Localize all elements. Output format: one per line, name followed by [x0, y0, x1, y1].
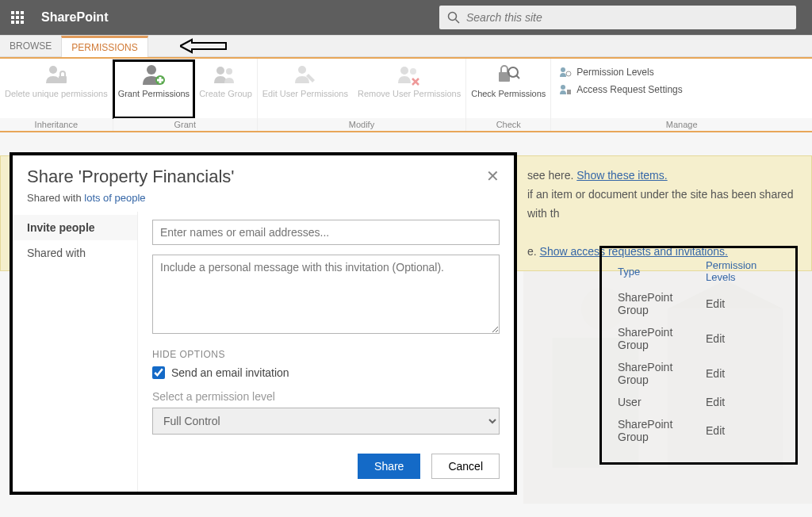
tab-permissions[interactable]: PERMISSIONS — [61, 36, 147, 57]
people-lock-icon — [44, 63, 69, 88]
person-remove-icon — [396, 63, 422, 88]
svg-rect-5 — [21, 16, 24, 19]
svg-rect-4 — [16, 16, 19, 19]
svg-point-28 — [561, 67, 565, 72]
people-settings-icon — [559, 83, 572, 96]
brand-label: SharePoint — [41, 10, 108, 25]
ribbon-group-inheritance: Delete unique permissions Inheritance — [0, 59, 113, 131]
svg-rect-0 — [11, 11, 14, 14]
svg-rect-7 — [16, 21, 19, 24]
delete-unique-permissions-button[interactable]: Delete unique permissions — [0, 60, 113, 118]
person-add-icon — [141, 63, 167, 88]
svg-point-19 — [226, 68, 232, 75]
permission-levels-link[interactable]: Permission Levels — [559, 63, 804, 81]
remove-user-permissions-button[interactable]: Remove User Permissions — [353, 60, 465, 118]
svg-point-30 — [561, 85, 565, 90]
app-launcher-button[interactable] — [0, 0, 35, 35]
tab-browse[interactable]: BROWSE — [0, 36, 61, 56]
people-gear-icon — [559, 66, 572, 79]
svg-point-29 — [566, 71, 571, 76]
svg-point-22 — [410, 68, 416, 75]
search-input[interactable] — [466, 11, 788, 24]
access-request-settings-link[interactable]: Access Request Settings — [559, 81, 804, 98]
svg-point-21 — [400, 67, 408, 75]
svg-point-9 — [449, 13, 457, 21]
edit-user-permissions-button[interactable]: Edit User Permissions — [258, 60, 353, 118]
svg-rect-1 — [16, 11, 19, 14]
tab-row: BROWSE PERMISSIONS — [0, 35, 812, 57]
svg-point-20 — [298, 66, 306, 74]
person-edit-icon — [293, 63, 318, 88]
create-group-button[interactable]: Create Group — [194, 60, 257, 118]
annotation-arrow — [180, 36, 228, 56]
svg-point-12 — [49, 66, 57, 74]
search-lock-icon — [496, 63, 521, 88]
ribbon-group-manage: Permission Levels Access Request Setting… — [551, 59, 812, 131]
grant-permissions-button[interactable]: Grant Permissions — [113, 60, 194, 118]
check-permissions-button[interactable]: Check Permissions — [466, 60, 550, 118]
svg-line-10 — [456, 20, 460, 24]
svg-point-18 — [216, 67, 224, 75]
ribbon-group-modify: Edit User Permissions Remove User Permis… — [258, 59, 466, 131]
waffle-icon — [11, 11, 24, 24]
svg-rect-8 — [21, 21, 24, 24]
svg-rect-31 — [567, 90, 571, 94]
svg-rect-3 — [11, 16, 14, 19]
svg-rect-6 — [11, 21, 14, 24]
search-box[interactable] — [439, 6, 796, 29]
ribbon-group-grant: Grant Permissions Create Group Grant — [113, 59, 258, 131]
svg-rect-17 — [157, 79, 163, 82]
svg-marker-11 — [180, 40, 226, 52]
svg-point-14 — [147, 65, 156, 75]
ribbon-group-check: Check Permissions Check — [466, 59, 551, 131]
ribbon: Delete unique permissions Inheritance Gr… — [0, 57, 812, 132]
svg-rect-2 — [21, 11, 24, 14]
suite-bar: SharePoint — [0, 0, 812, 35]
search-icon — [447, 11, 460, 24]
svg-rect-13 — [59, 76, 67, 83]
svg-line-27 — [516, 75, 519, 79]
group-icon — [213, 63, 238, 88]
